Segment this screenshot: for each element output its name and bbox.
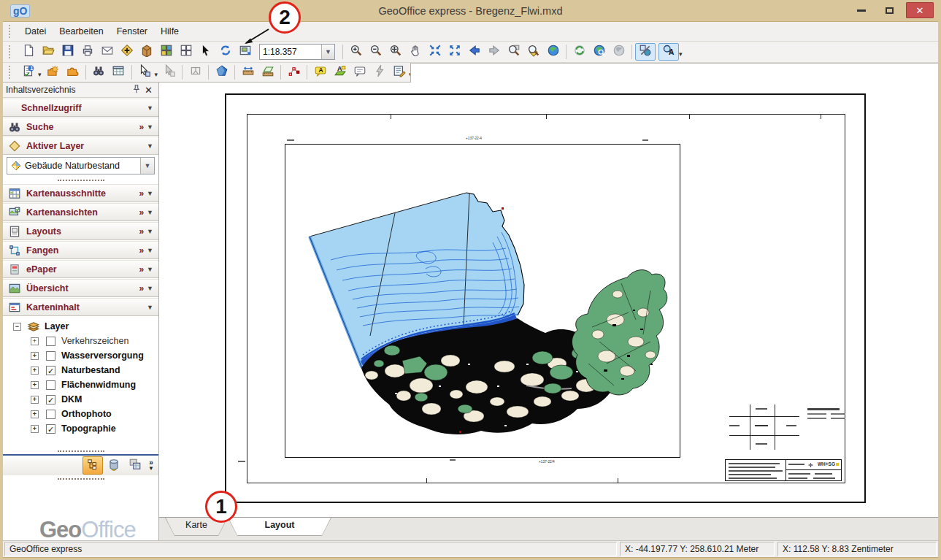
layer-row-dkm[interactable]: + ✓ DKM [3, 392, 158, 407]
minimize-button[interactable] [850, 2, 872, 18]
scale-dropdown-button[interactable]: ▼ [321, 45, 334, 59]
window-layout-button[interactable] [176, 43, 196, 61]
select-dropdown-caret[interactable]: ▾ [155, 71, 158, 78]
select-tool-button[interactable] [196, 43, 215, 61]
new-document-button[interactable] [18, 43, 38, 61]
section-kartenausschnitte[interactable]: Kartenausschnitte » ▼ [3, 184, 158, 202]
toolbar-grip[interactable] [9, 66, 12, 79]
layer-checkbox[interactable] [46, 380, 55, 390]
globe-button[interactable] [543, 43, 563, 61]
new-tool-button[interactable] [43, 64, 63, 81]
full-extent-button[interactable] [445, 43, 464, 61]
expand-icon[interactable]: » [139, 283, 144, 294]
expand-icon[interactable]: » [139, 226, 144, 237]
expand-icon[interactable]: » [139, 188, 144, 199]
attribute-table-button[interactable] [109, 64, 128, 81]
package-button[interactable] [137, 43, 156, 61]
tree-root-layer[interactable]: − Layer [3, 319, 158, 334]
tool-button[interactable] [63, 64, 82, 81]
back-extent-button[interactable] [464, 43, 484, 61]
pin-icon[interactable] [131, 84, 142, 96]
tab-layout[interactable]: Layout [228, 518, 331, 536]
map-data-frame[interactable] [285, 144, 680, 458]
layer-row-verkehrszeichen[interactable]: + Verkehrszeichen [3, 334, 158, 348]
menu-hilfe[interactable]: Hilfe [154, 24, 185, 39]
measure-area-button[interactable] [258, 64, 277, 81]
map-gallery-button[interactable] [156, 43, 176, 61]
refresh-map-service-button[interactable] [569, 43, 589, 61]
layout-view-panel[interactable]: +137-22-4 +137-22/4 [159, 83, 938, 540]
section-suche[interactable]: Suche » ▼ [3, 118, 158, 136]
save-button[interactable] [58, 43, 77, 61]
callout-button[interactable] [350, 64, 369, 81]
section-fangen[interactable]: Fangen » ▼ [3, 241, 158, 259]
expand-icon[interactable]: + [31, 367, 39, 375]
expand-icon[interactable]: » [139, 264, 144, 275]
toolbar-grip[interactable] [9, 25, 12, 38]
layer-row-topographie[interactable]: + ✓ Topographie [3, 421, 158, 436]
layer-checkbox[interactable] [46, 351, 55, 361]
select-features-button[interactable] [135, 64, 155, 81]
expand-icon[interactable]: » [139, 245, 144, 256]
measure-distance-button[interactable] [238, 64, 258, 81]
select-box-button[interactable] [185, 64, 205, 81]
collapse-icon[interactable]: − [13, 323, 21, 331]
expand-icon[interactable]: + [31, 352, 39, 360]
label-button[interactable]: A [310, 64, 330, 81]
zoom-to-selection-button[interactable] [425, 43, 445, 61]
layer-checkbox[interactable] [46, 337, 55, 346]
layer-row-flaechenwidmung[interactable]: + Flächenwidmung [3, 377, 158, 392]
zoom-window-button[interactable] [504, 43, 523, 61]
expand-icon[interactable]: + [31, 381, 39, 389]
scale-combobox[interactable]: 1:18.357 ▼ [259, 44, 335, 60]
layer-checkbox[interactable] [46, 410, 55, 419]
identify-button[interactable] [523, 43, 543, 61]
active-layer-combobox[interactable]: Gebäude Naturbestand ▼ [7, 157, 155, 174]
clear-selection-button[interactable] [159, 64, 179, 81]
search-service-button[interactable] [589, 43, 609, 61]
menu-datei[interactable]: Datei [18, 24, 53, 39]
add-data-button[interactable] [117, 43, 137, 61]
toolbar-overflow-caret[interactable]: ▾ [679, 50, 683, 58]
expand-icon[interactable]: » [139, 122, 144, 132]
selection-view-button[interactable] [125, 456, 145, 475]
print-button[interactable] [77, 43, 97, 61]
section-kartenansichten[interactable]: Kartenansichten » ▼ [3, 203, 158, 221]
maximize-button[interactable] [878, 2, 900, 18]
open-button[interactable] [38, 43, 58, 61]
layout-view-button[interactable] [235, 43, 255, 61]
search-button[interactable] [89, 64, 109, 81]
close-button[interactable]: ✕ [906, 2, 934, 18]
edit-attributes-button[interactable] [389, 64, 409, 81]
section-epaper[interactable]: ePaper » ▼ [3, 260, 158, 278]
expand-icon[interactable]: + [31, 410, 39, 418]
section-layouts[interactable]: Layouts » ▼ [3, 222, 158, 240]
layer-checkbox[interactable]: ✓ [46, 366, 55, 375]
zoom-in-button[interactable] [346, 43, 366, 61]
zoom-full-button[interactable] [385, 43, 405, 61]
layer-checkbox[interactable]: ✓ [46, 395, 55, 404]
menu-bearbeiten[interactable]: Bearbeiten [53, 24, 110, 39]
layer-row-orthophoto[interactable]: + Orthophoto [3, 407, 158, 421]
section-schnellzugriff[interactable]: Schnellzugriff ▼ [3, 99, 158, 117]
display-order-button[interactable] [82, 456, 103, 475]
label-layer-button[interactable]: A [330, 64, 350, 81]
expand-icon[interactable]: + [31, 396, 39, 404]
mini-toolbar-overflow[interactable]: »▼ [145, 460, 157, 472]
flash-button[interactable] [369, 64, 389, 81]
expand-icon[interactable]: + [31, 337, 39, 345]
toggle-graphics-button[interactable] [635, 43, 656, 61]
offline-service-button[interactable] [609, 43, 629, 61]
refresh-button[interactable] [215, 43, 235, 61]
pan-button[interactable] [405, 43, 425, 61]
sidebar-close-icon[interactable]: ✕ [142, 85, 155, 96]
email-button[interactable] [97, 43, 117, 61]
zoom-out-button[interactable] [366, 43, 385, 61]
expand-icon[interactable]: + [31, 425, 39, 433]
report-dropdown-caret[interactable]: ▾ [38, 71, 42, 78]
identify-shape-button[interactable] [212, 64, 231, 81]
forward-extent-button[interactable] [484, 43, 504, 61]
expand-icon[interactable]: » [139, 207, 144, 218]
section-karteninhalt[interactable]: Karteninhalt ▼ [3, 298, 158, 316]
section-uebersicht[interactable]: Übersicht » ▼ [3, 279, 158, 297]
